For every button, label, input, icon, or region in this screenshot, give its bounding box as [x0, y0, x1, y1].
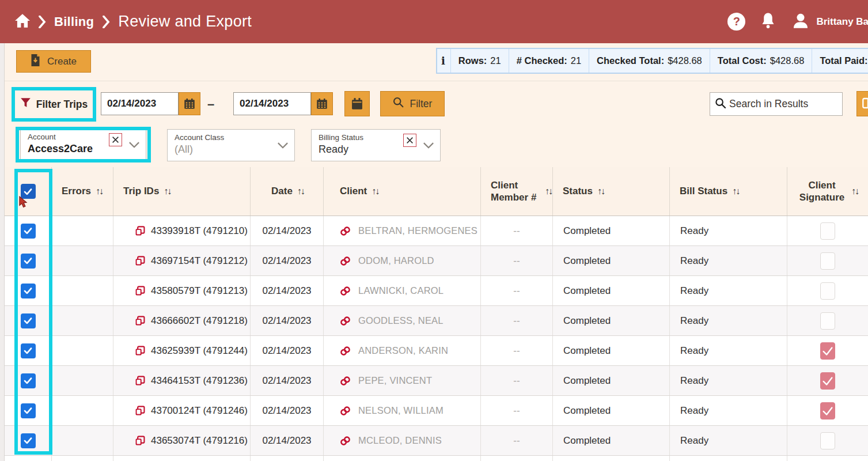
date-cell: 02/14/2023: [251, 366, 324, 395]
sort-icon[interactable]: ↑↓: [597, 186, 604, 197]
client-name-link[interactable]: ODOM, HAROLD: [358, 255, 434, 266]
sort-icon[interactable]: ↑↓: [372, 186, 378, 197]
copy-trip-icon: [135, 406, 145, 416]
client-signature-checkbox[interactable]: [820, 282, 835, 300]
filter-button[interactable]: Filter: [380, 91, 445, 116]
filter-trips-toggle[interactable]: Filter Trips: [16, 92, 92, 117]
select-all-checkbox[interactable]: [21, 184, 36, 199]
row-checkbox[interactable]: [21, 284, 36, 298]
sort-icon[interactable]: ↑↓: [851, 186, 858, 197]
row-checkbox[interactable]: [21, 343, 36, 358]
client-signature-checkbox[interactable]: [820, 402, 835, 420]
client-link-icon[interactable]: [339, 376, 351, 386]
client-signature-cell: [787, 336, 868, 365]
date-to-input[interactable]: [233, 92, 311, 115]
copy-trip-icon[interactable]: [135, 346, 145, 356]
copy-trip-icon[interactable]: [135, 406, 145, 416]
column-header-client-signature[interactable]: Client Signature↑↓: [787, 167, 868, 216]
x-icon: [112, 136, 119, 143]
user-menu[interactable]: Brittany Bake: [791, 11, 868, 33]
client-name-link[interactable]: ANDERSON, KARIN: [358, 345, 448, 356]
chevron-down-icon: [423, 141, 434, 152]
sort-icon[interactable]: ↑↓: [297, 186, 304, 197]
copy-trip-icon[interactable]: [135, 436, 145, 446]
clear-billing-status-filter-button[interactable]: [403, 134, 416, 147]
date-range-separator: –: [207, 97, 214, 112]
column-header-client-member[interactable]: Client Member #↑↓: [481, 167, 553, 216]
copy-trip-icon[interactable]: [135, 286, 145, 296]
client-link-icon[interactable]: [339, 436, 351, 446]
client-name-link[interactable]: NELSON, WILLIAM: [358, 405, 444, 416]
trip-id-link[interactable]: 43666602T (4791218): [151, 315, 248, 327]
date-to-calendar-button[interactable]: [311, 92, 333, 115]
errors-cell: [52, 306, 113, 335]
trip-id-link[interactable]: 43464153T (4791236): [151, 375, 248, 387]
date-from-input[interactable]: [101, 92, 179, 115]
clear-account-filter-button[interactable]: [109, 133, 122, 146]
create-button[interactable]: Create: [16, 50, 91, 73]
copy-trip-icon[interactable]: [135, 226, 145, 236]
client-signature-checkbox[interactable]: [820, 252, 835, 270]
client-name-link[interactable]: BELTRAN, HERMOGENES: [358, 225, 477, 236]
client-link-icon[interactable]: [339, 316, 351, 326]
copy-trip-icon[interactable]: [135, 256, 145, 266]
sort-icon[interactable]: ↑↓: [164, 186, 170, 197]
row-checkbox[interactable]: [21, 403, 36, 418]
column-header-trip-ids[interactable]: Trip IDs↑↓: [113, 167, 251, 216]
quick-date-calendar-button[interactable]: [344, 91, 370, 116]
home-icon[interactable]: [15, 14, 30, 30]
client-link-icon[interactable]: [339, 346, 351, 356]
status-cell: Completed: [553, 276, 670, 305]
notifications-bell-icon[interactable]: [760, 12, 776, 32]
trip-id-link[interactable]: 43625939T (4791244): [151, 345, 248, 357]
client-cell: ANDERSON, KARIN: [324, 336, 481, 365]
column-header-bill-status[interactable]: Bill Status↑↓: [670, 167, 787, 216]
date-from-group: [101, 92, 200, 115]
client-link-icon[interactable]: [339, 406, 351, 416]
row-checkbox[interactable]: [21, 433, 36, 448]
column-header-client[interactable]: Client↑↓: [324, 167, 481, 216]
client-link-icon[interactable]: [339, 286, 351, 296]
row-checkbox[interactable]: [21, 313, 36, 328]
sort-icon[interactable]: ↑↓: [732, 186, 739, 197]
search-input[interactable]: [729, 98, 859, 110]
sort-icon[interactable]: ↑↓: [96, 186, 103, 197]
row-checkbox[interactable]: [21, 254, 36, 269]
client-name-link[interactable]: GOODLESS, NEAL: [358, 315, 444, 326]
column-header-errors[interactable]: Errors↑↓: [52, 167, 113, 216]
trip-id-link[interactable]: 43653074T (4791216): [151, 435, 248, 447]
account-class-dropdown[interactable]: Account Class (All): [167, 129, 295, 161]
copy-trip-icon[interactable]: [135, 316, 145, 326]
column-header-date[interactable]: Date↑↓: [251, 167, 324, 216]
trip-id-link[interactable]: 43700124T (4791246): [151, 405, 248, 417]
billing-status-dropdown[interactable]: Billing Status Ready: [311, 129, 441, 161]
account-dropdown[interactable]: Account Access2Care: [20, 129, 146, 161]
breadcrumb-billing[interactable]: Billing: [54, 14, 94, 29]
client-name-link[interactable]: LAWNICKI, CAROL: [358, 285, 444, 296]
row-checkbox[interactable]: [21, 373, 36, 388]
sort-icon[interactable]: ↑↓: [545, 186, 552, 197]
client-name-link[interactable]: PEPE, VINCENT: [358, 375, 432, 386]
column-settings-button[interactable]: [856, 91, 868, 116]
client-signature-checkbox[interactable]: [820, 222, 835, 240]
client-signature-cell: [787, 426, 868, 455]
table-body: 43393918T (4791210)02/14/2023 BELTRAN, H…: [5, 216, 868, 461]
trip-id-cell: 43666602T (4791218): [113, 306, 251, 335]
date-from-calendar-button[interactable]: [179, 92, 200, 115]
help-icon[interactable]: ?: [727, 13, 745, 31]
client-signature-checkbox[interactable]: [820, 432, 835, 449]
client-link-icon: [339, 316, 351, 326]
breadcrumb: Billing Review and Export: [0, 13, 252, 31]
client-signature-checkbox[interactable]: [820, 312, 835, 330]
client-signature-checkbox[interactable]: [820, 342, 835, 360]
column-header-status[interactable]: Status↑↓: [553, 167, 670, 216]
row-checkbox[interactable]: [21, 224, 36, 239]
trip-id-link[interactable]: 43580579T (4791213): [151, 285, 248, 297]
trip-id-link[interactable]: 43697154T (4791212): [151, 255, 248, 267]
client-link-icon[interactable]: [339, 226, 351, 236]
copy-trip-icon[interactable]: [135, 376, 145, 386]
client-link-icon[interactable]: [339, 256, 351, 266]
client-signature-checkbox[interactable]: [820, 372, 835, 390]
client-name-link[interactable]: MCLEOD, DENNIS: [358, 435, 442, 446]
trip-id-link[interactable]: 43393918T (4791210): [151, 225, 248, 237]
